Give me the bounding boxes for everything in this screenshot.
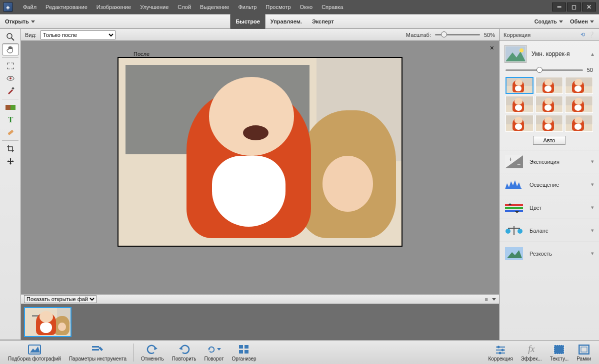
balance-row[interactable]: Баланс ▾ bbox=[500, 219, 599, 242]
rotate-button[interactable]: Поворот bbox=[200, 344, 228, 362]
menu-window[interactable]: Окно bbox=[296, 2, 317, 12]
frames-icon bbox=[577, 344, 591, 356]
quick-select-tool[interactable] bbox=[2, 60, 19, 72]
menu-image[interactable]: Изображение bbox=[92, 2, 135, 12]
color-row[interactable]: Цвет ▾ bbox=[500, 196, 599, 219]
tool-options-icon bbox=[90, 344, 104, 356]
sharpness-row[interactable]: Резкость ▾ bbox=[500, 242, 599, 265]
canvas-after-label: После bbox=[134, 51, 150, 57]
preset-thumb[interactable] bbox=[506, 77, 534, 94]
window-controls: ━ ◻ ✕ bbox=[552, 2, 596, 11]
redo-button[interactable]: Повторить bbox=[168, 344, 200, 362]
svg-text:T: T bbox=[8, 115, 13, 124]
reset-icon[interactable]: ⟲ bbox=[580, 31, 585, 38]
heal-tool[interactable] bbox=[2, 126, 19, 138]
preset-thumb[interactable] bbox=[536, 77, 564, 94]
svg-text:+: + bbox=[509, 156, 512, 163]
svg-rect-44 bbox=[554, 345, 564, 354]
move-tool[interactable] bbox=[2, 155, 19, 167]
menu-help[interactable]: Справка bbox=[318, 2, 347, 12]
preset-thumb[interactable] bbox=[506, 96, 534, 113]
hand-tool[interactable] bbox=[2, 43, 19, 55]
corrections-tab[interactable]: Коррекция bbox=[484, 344, 517, 362]
lighting-row[interactable]: Освещение ▾ bbox=[500, 173, 599, 196]
preset-thumb[interactable] bbox=[536, 96, 564, 113]
svg-rect-17 bbox=[505, 207, 523, 209]
close-document-icon[interactable]: × bbox=[490, 44, 494, 52]
zoom-tool[interactable] bbox=[2, 31, 19, 43]
smart-slider-knob[interactable] bbox=[536, 67, 542, 73]
zoom-slider[interactable] bbox=[435, 34, 480, 35]
main-area: T Вид: Только после Масштаб: 50% × После bbox=[0, 29, 599, 340]
eye-tool[interactable] bbox=[2, 72, 19, 84]
mode-expert[interactable]: Эксперт bbox=[307, 14, 339, 29]
undo-button[interactable]: Отменить bbox=[137, 344, 168, 362]
rotate-icon bbox=[207, 344, 221, 356]
action-bar: Открыть Быстрое Управляем. Эксперт Созда… bbox=[0, 14, 599, 29]
filmstrip-mode-select[interactable]: Показать открытые файлы bbox=[24, 295, 96, 303]
svg-rect-4 bbox=[12, 87, 14, 90]
auto-button[interactable]: Авто bbox=[533, 136, 566, 145]
crop-tool[interactable] bbox=[2, 143, 19, 155]
expand-icon: ▾ bbox=[591, 227, 594, 234]
menu-layer[interactable]: Слой bbox=[174, 2, 195, 12]
correction-panel: Коррекция ⟲ ❔ Умн. коррек-я ▴ 50 bbox=[499, 29, 599, 340]
menu-edit[interactable]: Редактирование bbox=[42, 2, 92, 12]
mode-quick[interactable]: Быстрое bbox=[230, 14, 265, 29]
preset-thumb[interactable] bbox=[565, 96, 593, 113]
exposure-row[interactable]: +− Экспозиция ▾ bbox=[500, 150, 599, 173]
menu-select[interactable]: Выделение bbox=[196, 2, 233, 12]
canvas-area: × После bbox=[21, 41, 499, 294]
textures-tab[interactable]: Тексту... bbox=[546, 344, 573, 362]
collapse-icon: ▴ bbox=[591, 50, 594, 57]
menu-view[interactable]: Просмотр bbox=[262, 2, 294, 12]
canvas[interactable] bbox=[118, 57, 402, 247]
open-button[interactable]: Открыть bbox=[5, 18, 35, 24]
svg-rect-30 bbox=[92, 349, 99, 351]
menu-file[interactable]: Файл bbox=[19, 2, 40, 12]
mode-managed[interactable]: Управляем. bbox=[266, 14, 307, 29]
color-icon bbox=[504, 200, 524, 215]
menu-filter[interactable]: Фильтр bbox=[234, 2, 260, 12]
correction-panel-header: Коррекция ⟲ ❔ bbox=[500, 29, 599, 41]
close-button[interactable]: ✕ bbox=[582, 2, 596, 11]
frames-tab[interactable]: Рамки bbox=[572, 344, 595, 362]
expand-icon: ▾ bbox=[591, 204, 594, 211]
help-icon[interactable]: ❔ bbox=[588, 31, 595, 38]
filmstrip-thumbnail[interactable] bbox=[24, 307, 72, 337]
menu-enhance[interactable]: Улучшение bbox=[136, 2, 172, 12]
svg-rect-37 bbox=[244, 350, 248, 354]
lighting-icon bbox=[504, 177, 524, 192]
tool-options-button[interactable]: Параметры инструмента bbox=[65, 344, 130, 362]
view-mode-select[interactable]: Только после bbox=[40, 30, 116, 39]
mode-switcher: Быстрое Управляем. Эксперт bbox=[230, 14, 339, 29]
create-button[interactable]: Создать bbox=[534, 18, 563, 24]
zoom-slider-knob[interactable] bbox=[441, 31, 447, 37]
smart-correction-header[interactable]: Умн. коррек-я ▴ bbox=[500, 41, 599, 67]
organizer-button[interactable]: Организер bbox=[228, 344, 260, 362]
text-tool[interactable]: T bbox=[2, 114, 19, 126]
share-button[interactable]: Обмен bbox=[570, 18, 594, 24]
preset-thumb[interactable] bbox=[565, 77, 593, 94]
svg-point-0 bbox=[7, 33, 12, 38]
photo-bin-icon bbox=[28, 344, 42, 356]
filmstrip-options-icon[interactable]: ≡ bbox=[485, 296, 488, 302]
filmstrip bbox=[21, 304, 499, 340]
gradient-tool[interactable] bbox=[2, 101, 19, 113]
svg-rect-34 bbox=[239, 345, 243, 349]
brush-tool[interactable] bbox=[2, 85, 19, 97]
bottom-bar: Подборка фотографий Параметры инструмент… bbox=[0, 340, 599, 364]
expand-icon: ▾ bbox=[591, 181, 594, 188]
maximize-button[interactable]: ◻ bbox=[567, 2, 581, 11]
svg-rect-35 bbox=[244, 345, 248, 349]
preset-thumb[interactable] bbox=[536, 115, 564, 132]
svg-text:−: − bbox=[517, 161, 520, 168]
effects-tab[interactable]: fx Эффек... bbox=[517, 344, 546, 362]
organizer-icon bbox=[237, 344, 251, 356]
preset-thumb[interactable] bbox=[565, 115, 593, 132]
chevron-down-icon[interactable] bbox=[492, 298, 496, 301]
photo-bin-button[interactable]: Подборка фотографий bbox=[4, 344, 65, 362]
preset-thumb[interactable] bbox=[506, 115, 534, 132]
smart-slider[interactable] bbox=[506, 69, 583, 71]
minimize-button[interactable]: ━ bbox=[552, 2, 566, 11]
